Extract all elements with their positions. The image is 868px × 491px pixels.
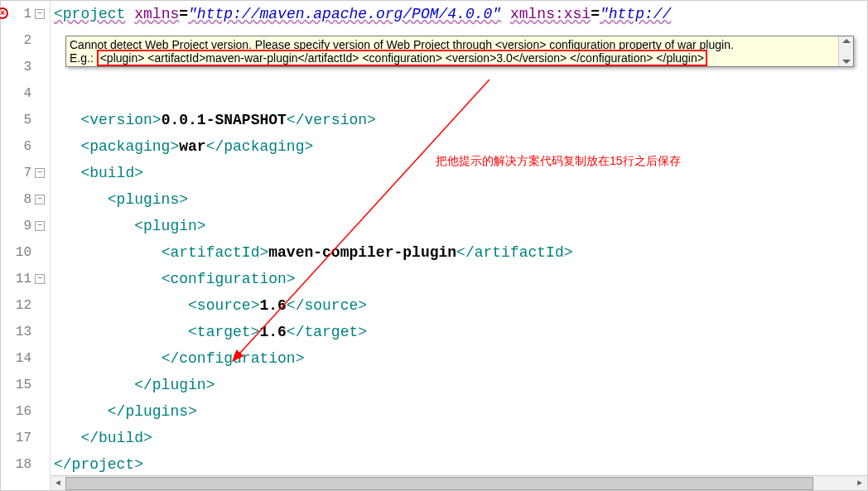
code-line[interactable]: <source>1.6</source> [51, 292, 867, 319]
gutter-line: 14 [1, 345, 50, 372]
code-line[interactable]: </project> [51, 451, 867, 478]
code-line[interactable]: <target>1.6</target> [51, 319, 867, 345]
line-number: 2 [1, 27, 33, 54]
scroll-right-button[interactable]: ► [852, 477, 867, 490]
gutter-line: 7− [1, 160, 50, 186]
line-number: 5 [1, 107, 33, 133]
line-number: 10 [1, 239, 33, 266]
tooltip-code-snippet: <plugin> <artifactId>maven-war-plugin</a… [97, 50, 707, 66]
gutter-line: 3 [1, 54, 50, 80]
line-number: 6 [1, 133, 33, 160]
gutter-line: 1− [1, 1, 50, 27]
code-area[interactable]: <project xmlns="http://maven.apache.org/… [51, 1, 867, 490]
fold-toggle-icon[interactable]: − [35, 195, 45, 205]
gutter-line: 6 [1, 133, 50, 160]
scroll-track[interactable] [65, 477, 852, 490]
line-gutter: 1−234567−8−9−1011−12131415161718 [1, 1, 51, 490]
line-number: 11 [1, 266, 33, 292]
gutter-line: 17 [1, 425, 50, 451]
line-number: 9 [1, 213, 33, 239]
horizontal-scrollbar[interactable]: ◄ ► [51, 475, 867, 490]
code-line[interactable] [51, 80, 867, 107]
code-line[interactable]: </configuration> [51, 345, 867, 372]
fold-toggle-icon[interactable]: − [35, 274, 45, 284]
error-tooltip: Cannot detect Web Project version. Pleas… [65, 36, 854, 67]
gutter-line: 9− [1, 213, 50, 239]
code-line[interactable]: <version>0.0.1-SNAPSHOT</version> [51, 107, 867, 133]
line-number: 12 [1, 292, 33, 319]
gutter-line: 12 [1, 292, 50, 319]
line-number: 17 [1, 425, 33, 451]
gutter-line: 13 [1, 319, 50, 345]
gutter-line: 10 [1, 239, 50, 266]
line-number: 3 [1, 54, 33, 80]
fold-toggle-icon[interactable]: − [35, 168, 45, 178]
scroll-left-button[interactable]: ◄ [51, 477, 65, 490]
fold-toggle-icon[interactable]: − [35, 9, 45, 19]
code-line[interactable]: <plugins> [51, 186, 867, 213]
gutter-line: 8− [1, 186, 50, 213]
gutter-line: 11− [1, 266, 50, 292]
tooltip-scrollbar[interactable] [838, 36, 853, 66]
line-number: 16 [1, 398, 33, 425]
fold-toggle-icon[interactable]: − [35, 221, 45, 231]
line-number: 13 [1, 319, 33, 345]
gutter-line: 15 [1, 372, 50, 398]
line-number: 14 [1, 345, 33, 372]
code-line[interactable]: <artifactId>maven-compiler-plugin</artif… [51, 239, 867, 266]
gutter-line: 4 [1, 80, 50, 107]
gutter-line: 16 [1, 398, 50, 425]
code-line[interactable]: </build> [51, 425, 867, 451]
scroll-thumb[interactable] [65, 477, 813, 490]
tooltip-message-line2: E.g.: <plugin> <artifactId>maven-war-plu… [70, 51, 835, 65]
code-line[interactable]: <project xmlns="http://maven.apache.org/… [51, 1, 867, 27]
gutter-line: 18 [1, 451, 50, 478]
code-line[interactable]: <configuration> [51, 266, 867, 292]
code-line[interactable]: </plugin> [51, 372, 867, 398]
line-number: 18 [1, 451, 33, 478]
line-number: 4 [1, 80, 33, 107]
code-editor[interactable]: 1−234567−8−9−1011−12131415161718 <projec… [0, 0, 868, 491]
line-number: 7 [1, 160, 33, 186]
code-line[interactable]: <plugin> [51, 213, 867, 239]
annotation-text: 把他提示的解决方案代码复制放在15行之后保存 [436, 154, 681, 169]
gutter-line: 5 [1, 107, 50, 133]
line-number: 8 [1, 186, 33, 213]
gutter-line: 2 [1, 27, 50, 54]
line-number: 15 [1, 372, 33, 398]
code-line[interactable]: </plugins> [51, 398, 867, 425]
